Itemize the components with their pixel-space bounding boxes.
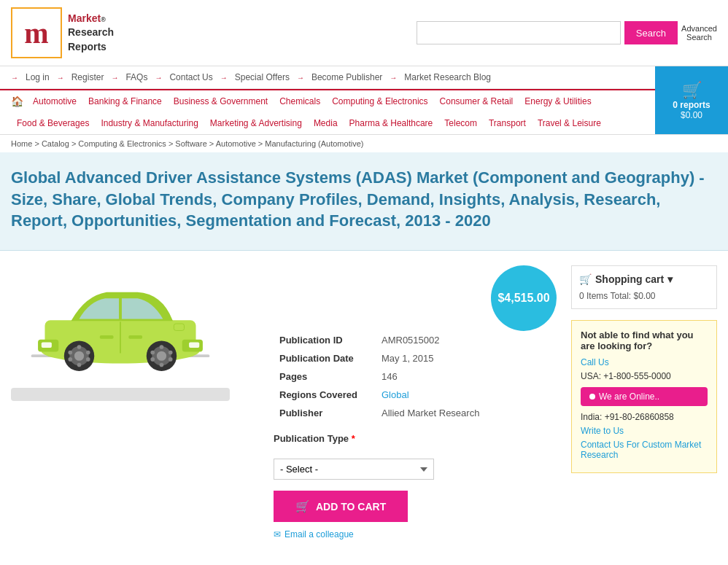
custom-research-link[interactable]: Contact Us For Custom Market Research (581, 440, 708, 460)
logo-box: m (11, 7, 62, 58)
cat-business[interactable]: Business & Government (168, 93, 274, 109)
svg-point-22 (169, 357, 173, 362)
regions-link[interactable]: Global (382, 389, 409, 400)
svg-rect-29 (174, 324, 184, 330)
car-base-bar (11, 388, 230, 401)
nav-special-offers[interactable]: Special Offers (228, 71, 297, 84)
car-illustration (11, 265, 230, 382)
add-to-cart-button[interactable]: 🛒 ADD TO CART (274, 491, 408, 522)
home-icon[interactable]: 🏠 (11, 96, 23, 107)
search-input[interactable] (417, 21, 621, 44)
cat-media[interactable]: Media (308, 115, 344, 131)
nav-register[interactable]: Register (64, 71, 112, 84)
nav-links-column: → Log in → Register → FAQs → Contact Us … (0, 66, 655, 134)
cart-total-label: Total: (610, 291, 631, 301)
logo-area: m Market® Research Reports (11, 7, 114, 58)
header-bottom: → Log in → Register → FAQs → Contact Us … (0, 66, 728, 135)
required-marker: * (349, 433, 355, 444)
cat-transport[interactable]: Transport (483, 115, 532, 131)
breadcrumb-home[interactable]: Home (11, 139, 32, 148)
help-heading: Not able to find what you are looking fo… (581, 330, 708, 351)
publication-type-select[interactable]: - Select - (274, 459, 434, 480)
publisher-value: Allied Market Research (376, 404, 557, 422)
svg-point-21 (169, 351, 173, 355)
shopping-cart-label: Shopping cart (595, 273, 664, 285)
cat-industry[interactable]: Industry & Manufacturing (95, 115, 204, 131)
usa-phone: USA: +1-800-555-0000 (581, 371, 708, 381)
cat-travel[interactable]: Travel & Leisure (532, 115, 607, 131)
chat-online-dot (589, 394, 595, 400)
breadcrumb-software[interactable]: Software (175, 139, 206, 148)
nav-blog[interactable]: Market Research Blog (397, 71, 498, 84)
add-to-cart-label: ADD TO CART (316, 501, 386, 513)
svg-point-15 (86, 351, 90, 355)
logo-m-letter: m (24, 16, 48, 50)
help-box: Not able to find what you are looking fo… (571, 320, 717, 473)
nav-login[interactable]: Log in (18, 71, 57, 84)
regions-value: Global (376, 386, 557, 404)
svg-rect-6 (42, 342, 52, 348)
cat-marketing[interactable]: Marketing & Advertising (204, 115, 308, 131)
cat-chemicals[interactable]: Chemicals (274, 93, 326, 109)
chat-label: We are Online.. (599, 391, 659, 402)
cat-automotive[interactable]: Automotive (27, 93, 82, 109)
svg-point-19 (68, 351, 72, 355)
nav-faqs[interactable]: FAQs (118, 71, 155, 84)
nav-arrow-3: → (111, 74, 118, 82)
category-nav: 🏠 Automotive Banking & Finance Business … (0, 89, 655, 134)
cat-telecom[interactable]: Telecom (438, 115, 483, 131)
email-colleague-link[interactable]: ✉ Email a colleague (274, 529, 557, 539)
logo-line1: Market (68, 12, 101, 24)
cat-computing[interactable]: Computing & Electronics (326, 93, 433, 109)
cart-price-label: $0.00 (681, 110, 702, 120)
india-phone: India: +91-80-26860858 (581, 412, 708, 422)
cat-pharma[interactable]: Pharma & Healthcare (344, 115, 439, 131)
shopping-cart-icon: 🛒 (579, 273, 592, 285)
pages-value: 146 (376, 367, 557, 386)
write-us-link[interactable]: Write to Us (581, 426, 708, 436)
breadcrumb-automotive[interactable]: Automotive (216, 139, 256, 148)
cat-food[interactable]: Food & Beverages (11, 115, 95, 131)
page-title: Global Advanced Driver Assistance System… (11, 167, 717, 232)
row-publisher: Publisher Allied Market Research (274, 404, 557, 422)
logo-text[interactable]: Market® Research Reports (68, 12, 114, 55)
call-us-link[interactable]: Call Us (581, 357, 708, 367)
cat-energy[interactable]: Energy & Utilities (519, 93, 597, 109)
cart-count-label: 0 reports (673, 100, 710, 110)
publisher-label: Publisher (274, 404, 376, 422)
nav-contact[interactable]: Contact Us (162, 71, 220, 84)
svg-point-13 (157, 351, 166, 361)
breadcrumb-catalog[interactable]: Catalog (42, 139, 69, 148)
pages-label: Pages (274, 367, 376, 386)
svg-rect-28 (128, 335, 142, 339)
row-regions: Regions Covered Global (274, 386, 557, 404)
details-area: $4,515.00 Publication ID AMR0515002 Publ… (274, 265, 557, 539)
cart-items-count: 0 Items (579, 291, 608, 301)
cat-row-2: Food & Beverages Industry & Manufacturin… (0, 112, 655, 134)
svg-rect-27 (100, 335, 114, 339)
nav-arrow-1: → (11, 74, 18, 82)
cat-banking[interactable]: Banking & Finance (82, 93, 168, 109)
breadcrumb-current: Manufacturing (Automotive) (265, 139, 363, 148)
search-button[interactable]: Search (624, 21, 678, 44)
nav-become-publisher[interactable]: Become Publisher (304, 71, 390, 84)
nav-arrow-7: → (390, 74, 397, 82)
nav-arrow-5: → (220, 74, 228, 82)
cart-header-button[interactable]: 🛒 0 reports $0.00 (655, 66, 728, 134)
shopping-cart-chevron[interactable]: ▾ (667, 273, 673, 285)
nav-arrow-4: → (155, 74, 162, 82)
svg-rect-7 (189, 342, 199, 348)
pub-id-value: AMR0515002 (376, 331, 557, 349)
pub-date-value: May 1, 2015 (376, 349, 557, 367)
logo-reg: ® (101, 16, 106, 23)
svg-point-10 (74, 351, 84, 361)
cat-row-1: 🏠 Automotive Banking & Finance Business … (0, 90, 655, 112)
chat-badge[interactable]: We are Online.. (581, 387, 708, 406)
nav-arrow-2: → (57, 74, 64, 82)
cart-items-info: 0 Items Total: $0.00 (579, 291, 709, 301)
email-icon: ✉ (274, 529, 281, 539)
advanced-search-link[interactable]: Advanced Search (681, 24, 717, 42)
breadcrumb-computing[interactable]: Computing & Electronics (78, 139, 166, 148)
title-section: Global Advanced Driver Assistance System… (0, 152, 728, 251)
cat-consumer[interactable]: Consumer & Retail (434, 93, 519, 109)
